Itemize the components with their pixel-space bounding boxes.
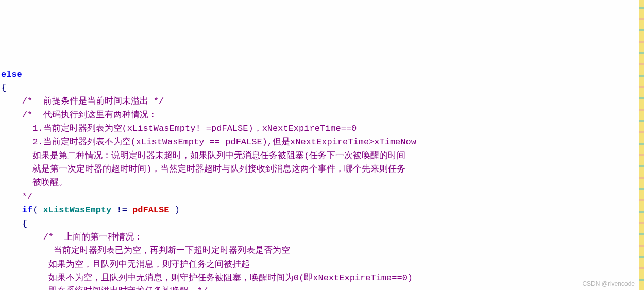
comment: 如果不为空，且队列中无消息，则守护任务被阻塞，唤醒时间为0(即xNextExpi… — [43, 273, 413, 283]
keyword-if: if — [22, 205, 32, 215]
comment: 1.当前定时器列表为空(xListWasEmpty! =pdFALSE)，xNe… — [32, 124, 357, 133]
code-block: else { /* 前提条件是当前时间未溢出 */ /* 代码执行到这里有两种情… — [0, 54, 644, 290]
editor-gutter-right — [639, 0, 644, 290]
comment-end: */ — [22, 192, 32, 201]
comment: /* 前提条件是当前时间未溢出 */ — [22, 96, 164, 106]
comment: 2.当前定时器列表不为空(xListWasEmpty == pdFALSE),但… — [32, 137, 416, 147]
comment: 即在系统时间溢出时守护任务被唤醒。*/ — [43, 286, 208, 290]
identifier: xListWasEmpty — [38, 205, 116, 215]
paren-open: ( — [32, 205, 38, 215]
comment: 被唤醒。 — [32, 178, 67, 187]
paren-close: ) — [175, 205, 180, 215]
macro-pdFALSE: pdFALSE — [127, 205, 175, 215]
operator-neq: != — [116, 205, 127, 215]
comment: 就是第一次定时器的超时时间)，当然定时器超时与队列接收到消息这两个事件，哪个先来… — [32, 164, 405, 174]
comment: /* 上面的第一种情况： — [43, 232, 143, 242]
watermark-text: CSDN @rivencode — [582, 279, 635, 289]
comment: /* 代码执行到这里有两种情况： — [22, 110, 157, 120]
comment: 如果为空，且队列中无消息，则守护任务之间被挂起 — [43, 260, 250, 269]
brace-open: { — [1, 83, 6, 93]
comment: 当前定时器列表已为空，再判断一下超时定时器列表是否为空 — [54, 246, 290, 255]
comment: 如果是第二种情况：说明定时器未超时，如果队列中无消息任务被阻塞(任务下一次被唤醒… — [32, 151, 405, 161]
keyword-else: else — [1, 70, 22, 79]
brace-open: { — [22, 219, 27, 229]
